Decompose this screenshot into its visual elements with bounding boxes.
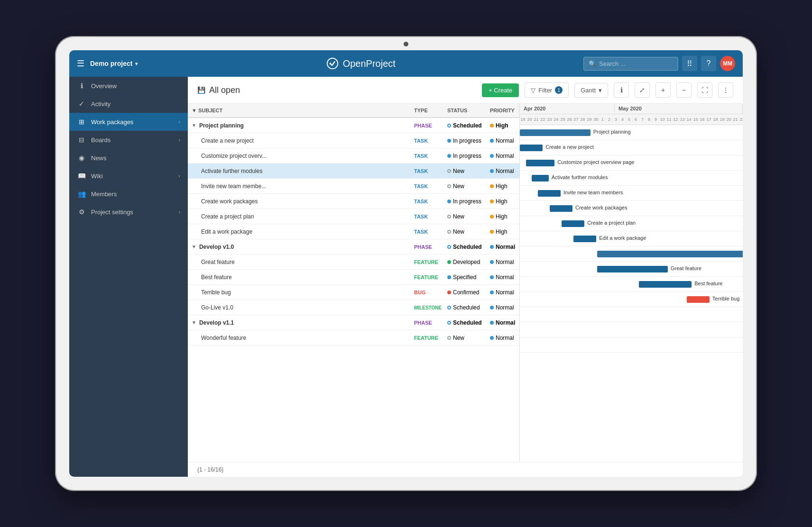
- more-options-button[interactable]: ⋮: [718, 82, 733, 98]
- sidebar-item-boards[interactable]: ⊟ Boards ›: [69, 131, 188, 149]
- help-icon[interactable]: ?: [701, 56, 716, 71]
- table-row[interactable]: ▼ Project planning PHASE Scheduled High: [188, 118, 519, 133]
- gantt-day: 30: [593, 114, 600, 125]
- row-priority: Normal: [486, 135, 519, 147]
- modules-icon[interactable]: ⠿: [682, 56, 697, 71]
- work-packages-icon: ⊞: [77, 118, 86, 126]
- gantt-day: 19: [520, 114, 526, 125]
- gantt-day: 12: [673, 114, 679, 125]
- hamburger-icon[interactable]: ☰: [77, 58, 84, 69]
- gantt-day: 13: [679, 114, 686, 125]
- gantt-day: 6: [633, 114, 639, 125]
- row-type: PHASE: [410, 241, 443, 253]
- gantt-day: 4: [619, 114, 626, 125]
- sidebar-item-label: Overview: [91, 82, 180, 90]
- gantt-day: 3: [613, 114, 619, 125]
- gantt-label: Great feature: [671, 265, 701, 271]
- table-row[interactable]: Great feature FEATURE Developed Normal: [188, 254, 519, 270]
- filter-button[interactable]: ▽ Filter 1: [525, 82, 569, 98]
- gantt-day: 10: [659, 114, 666, 125]
- gantt-row: Go-Live v1.0: [520, 307, 743, 322]
- table-row[interactable]: Edit a work package TASK New High: [188, 224, 519, 239]
- table-row[interactable]: Wonderful feature FEATURE New Normal: [188, 330, 519, 345]
- chevron-down-icon: ▾: [599, 87, 602, 94]
- table-row[interactable]: ▼ Develop v1.1 PHASE Scheduled Normal: [188, 315, 519, 330]
- gantt-day: 26: [566, 114, 573, 125]
- gantt-button[interactable]: Gantt ▾: [574, 83, 608, 98]
- sidebar-item-overview[interactable]: ℹ Overview: [69, 77, 188, 95]
- user-avatar[interactable]: MM: [720, 56, 735, 71]
- gantt-label: Project planning: [593, 129, 631, 135]
- sidebar-item-wiki[interactable]: 📖 Wiki ›: [69, 167, 188, 185]
- gantt-day: 25: [560, 114, 566, 125]
- row-subject: Wonderful feature: [197, 332, 410, 344]
- zoom-out-button[interactable]: −: [676, 82, 692, 98]
- main-area: ℹ Overview ✓ Activity ⊞ Work packages › …: [69, 77, 743, 477]
- sidebar-item-project-settings[interactable]: ⚙ Project settings ›: [69, 203, 188, 221]
- gantt-bar: [639, 281, 692, 288]
- gantt-label: Customize project overview page: [557, 159, 634, 165]
- footer-bar: (1 - 16/16): [188, 462, 743, 477]
- gantt-bar: [687, 296, 710, 303]
- sidebar-item-news[interactable]: ◉ News: [69, 149, 188, 167]
- table-row[interactable]: Create a project plan TASK New High: [188, 209, 519, 224]
- table-row[interactable]: Go-Live v1.0 MILESTONE Scheduled Normal: [188, 300, 519, 315]
- info-button[interactable]: ℹ: [614, 82, 629, 98]
- content-area: 💾 All open + Create ▽ Filter 1 Gantt ▾ ℹ…: [188, 77, 743, 477]
- table-row[interactable]: ▼ Develop v1.0 PHASE Scheduled Normal: [188, 239, 519, 254]
- gantt-label: Best feature: [694, 281, 722, 286]
- table-row[interactable]: Terrible bug BUG Confirmed Normal: [188, 285, 519, 300]
- gantt-row: Terrible bug: [520, 292, 743, 307]
- gantt-day: 19: [719, 114, 726, 125]
- fullscreen-button[interactable]: ⛶: [697, 82, 712, 98]
- sidebar-item-members[interactable]: 👥 Members: [69, 185, 188, 203]
- gantt-day: 18: [712, 114, 719, 125]
- row-type: TASK: [410, 180, 443, 192]
- gantt-day: 11: [666, 114, 673, 125]
- table-row[interactable]: Customize project overv... TASK In progr…: [188, 148, 519, 164]
- table-row[interactable]: Activate further modules TASK New Normal: [188, 164, 519, 179]
- collapse-icon: ▼: [192, 244, 196, 249]
- row-type: TASK: [410, 210, 443, 223]
- gantt-bar: [550, 205, 572, 212]
- sidebar-item-label: Boards: [91, 136, 178, 144]
- activity-icon: ✓: [77, 100, 86, 108]
- row-status: Confirmed: [443, 286, 486, 299]
- gantt-row: Create a project plan: [520, 216, 743, 231]
- gantt-day: 24: [553, 114, 560, 125]
- row-status: Scheduled: [443, 317, 486, 329]
- gantt-day: 16: [699, 114, 706, 125]
- project-selector[interactable]: Demo project ▾: [90, 60, 138, 67]
- gantt-row: Activate further modules: [520, 171, 743, 186]
- gantt-row: Project planning: [520, 125, 743, 140]
- row-type: PHASE: [410, 119, 443, 132]
- zoom-in-button[interactable]: +: [655, 82, 671, 98]
- gantt-day: 21: [533, 114, 540, 125]
- app-logo: OpenProject: [138, 57, 583, 70]
- search-box[interactable]: 🔍: [583, 57, 678, 71]
- gantt-day: 22: [540, 114, 546, 125]
- row-priority: High: [486, 195, 519, 208]
- gantt-bar: [526, 160, 555, 166]
- gantt-bar: [597, 251, 743, 257]
- sidebar-item-label: Wiki: [91, 173, 178, 180]
- table-row[interactable]: Best feature FEATURE Specified Normal: [188, 270, 519, 285]
- gantt-label: Activate further modules: [552, 174, 608, 180]
- table-row[interactable]: Invite new team membe... TASK New High: [188, 179, 519, 194]
- gantt-bar: [538, 190, 561, 197]
- table-row[interactable]: Create a new project TASK In progress No…: [188, 133, 519, 148]
- gantt-month-apr: Apr 2020: [520, 104, 615, 114]
- row-type: TASK: [410, 226, 443, 238]
- search-input[interactable]: [599, 60, 670, 67]
- expand-button[interactable]: ⤢: [635, 82, 650, 98]
- create-button[interactable]: + Create: [482, 83, 519, 97]
- sidebar-item-label: Members: [91, 191, 180, 198]
- sidebar-item-activity[interactable]: ✓ Activity: [69, 95, 188, 113]
- row-subject: Edit a work package: [197, 226, 410, 238]
- gantt-label: Gantt: [581, 87, 596, 94]
- filter-count-badge: 1: [555, 86, 563, 94]
- gantt-row: Customize project overview page: [520, 155, 743, 171]
- row-type: FEATURE: [410, 271, 443, 283]
- table-row[interactable]: Create work packages TASK In progress Hi…: [188, 194, 519, 209]
- sidebar-item-work-packages[interactable]: ⊞ Work packages ›: [69, 113, 188, 131]
